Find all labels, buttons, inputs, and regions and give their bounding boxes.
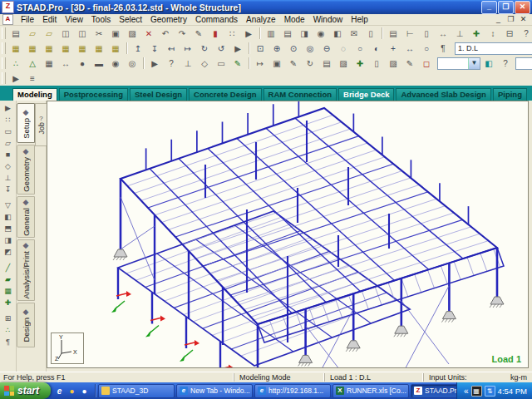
mode-tab-concrete-design[interactable]: Concrete Design (189, 88, 262, 101)
minimize-button[interactable]: _ (481, 1, 497, 14)
rotate-left-icon[interactable]: ↤ (164, 42, 179, 56)
mode-tab-advanced-slab-design[interactable]: Advanced Slab Design (396, 88, 490, 101)
clipboard-icon[interactable]: ▯ (369, 57, 384, 71)
menu-window[interactable]: Window (309, 15, 347, 24)
toolbar-grip[interactable] (2, 42, 6, 54)
publish-icon[interactable]: ◨ (297, 27, 312, 41)
zoom-in-icon[interactable]: ⊕ (269, 42, 284, 56)
add-solid-icon[interactable]: ▦ (2, 285, 15, 297)
ie-quick-launch-icon[interactable]: e (54, 386, 65, 397)
query-mode-icon[interactable]: ? (164, 57, 179, 71)
toolbar-grip[interactable] (2, 57, 6, 69)
messenger-quick-launch-icon[interactable]: ● (66, 386, 77, 397)
save-icon[interactable]: ◫ (58, 27, 73, 41)
rotate-down-icon[interactable]: ↧ (147, 42, 162, 56)
page-tab-geometry[interactable]: ◆Geometry (17, 145, 35, 195)
assign-tool-icon[interactable]: ✎ (230, 57, 245, 71)
zoom-window-icon[interactable]: ⊡ (253, 42, 268, 56)
chevron-down-icon[interactable]: ▼ (468, 58, 480, 69)
support-tool-icon[interactable]: ⊥ (180, 57, 195, 71)
zoom-pan-icon[interactable]: + (386, 42, 401, 56)
restore-button[interactable]: ❐ (498, 1, 514, 14)
select-beams-icon[interactable]: ▭ (2, 126, 15, 137)
brush-icon[interactable]: ✎ (402, 57, 417, 71)
new-page-icon[interactable]: ▤ (386, 27, 401, 41)
tray-chevron-icon[interactable]: « (464, 387, 469, 396)
rotate-right-icon[interactable]: ↦ (180, 42, 195, 56)
shear-icon[interactable]: ▨ (336, 57, 351, 71)
break-icon[interactable]: ⊟ (502, 27, 517, 41)
paste-icon[interactable]: ▨ (125, 27, 140, 41)
structure-3d-view[interactable] (47, 101, 528, 367)
document-icon[interactable]: A (2, 14, 13, 25)
anchor-icon[interactable]: ⊥ (452, 27, 467, 41)
app-icon[interactable]: Z (2, 1, 14, 13)
snap-node-icon[interactable]: ∴ (8, 57, 23, 71)
insert-node-icon[interactable]: ✚ (469, 27, 484, 41)
node-spec-icon[interactable]: ● (75, 57, 90, 71)
select-solids-icon[interactable]: ■ (2, 149, 15, 160)
close-button[interactable]: ✕ (515, 1, 530, 14)
zoom-out-icon[interactable]: ⊖ (319, 42, 334, 56)
iso-view-icon[interactable]: ◩ (2, 246, 15, 258)
select-geometry-icon[interactable]: ◇ (2, 160, 15, 172)
save-as-icon[interactable]: ◫ (75, 27, 90, 41)
run-mode-icon[interactable]: ▶ (147, 57, 162, 71)
child-close-button[interactable]: ✕ (517, 15, 530, 25)
pointer-icon[interactable]: ▶ (241, 27, 256, 41)
renumber-icon[interactable]: ∷ (224, 27, 239, 41)
add-plate-icon[interactable]: ▰ (2, 273, 15, 285)
zoom-all-icon[interactable]: ○ (419, 42, 434, 56)
cycle-icon[interactable]: ↻ (303, 57, 318, 71)
labels-icon[interactable]: ¶ (436, 42, 451, 56)
zoom-extents-icon[interactable]: ◎ (303, 42, 318, 56)
mode-tab-ram-connection[interactable]: RAM Connection (264, 88, 337, 101)
select-support-icon[interactable]: ⊥ (2, 172, 15, 184)
view-bottom-icon[interactable]: ▦ (108, 42, 123, 56)
delete-icon[interactable]: ✕ (141, 27, 156, 41)
view-left-icon[interactable]: ▦ (91, 42, 106, 56)
print-preview-icon[interactable]: ▤ (280, 27, 295, 41)
release-tool-icon[interactable]: ◇ (197, 57, 212, 71)
rotate-up-icon[interactable]: ↥ (131, 42, 145, 56)
select-nodes-icon[interactable]: ∷ (2, 114, 15, 126)
select-list-icon[interactable]: ≡ (25, 71, 40, 86)
tab-job[interactable]: ? Job (35, 103, 47, 146)
view-front-icon[interactable]: ▦ (42, 42, 57, 56)
print-icon[interactable]: ▥ (264, 27, 278, 41)
page-tab-general[interactable]: ◆General (17, 196, 35, 238)
menu-view[interactable]: View (61, 15, 87, 24)
edit-load-icon[interactable]: ✎ (286, 57, 301, 71)
start-button[interactable]: start (0, 382, 51, 399)
taskbar-button[interactable]: eNew Tab - Windo... (176, 384, 253, 398)
pointer2-icon[interactable]: ▶ (230, 42, 245, 56)
taskbar-button[interactable]: XRUNNER.xls [Co... (332, 384, 409, 398)
mode-tab-steel-design[interactable]: Steel Design (130, 88, 187, 101)
section-icon[interactable]: ▤ (319, 57, 334, 71)
copy-icon[interactable]: ▣ (108, 27, 123, 41)
zoom-dynamic-icon[interactable]: ◐ (369, 42, 384, 56)
taskbar-button[interactable]: STAAD_3D (98, 384, 175, 398)
beam-spec-icon[interactable]: ▬ (91, 57, 106, 71)
spin-cw-icon[interactable]: ↻ (197, 42, 212, 56)
assign-icon[interactable]: ✚ (352, 57, 367, 71)
labels2-icon[interactable]: ¶ (2, 336, 15, 347)
paste-spec-icon[interactable]: ▨ (386, 57, 401, 71)
snap-beam-icon[interactable]: △ (25, 57, 40, 71)
cut-icon[interactable]: ✂ (91, 27, 106, 41)
drawing-canvas[interactable]: Y X Z Load 1 (47, 101, 529, 368)
page-tab-design[interactable]: ◆Design (17, 303, 35, 347)
page-tab-setup[interactable]: ◆Setup (17, 103, 35, 143)
open-icon[interactable]: ▱ (42, 27, 57, 41)
display-options-icon[interactable]: ◧ (481, 57, 496, 71)
connect-icon[interactable]: ⊞ (2, 313, 15, 324)
help-icon[interactable]: ? (498, 57, 513, 71)
redo-icon[interactable]: ↷ (175, 27, 190, 41)
select-load-icon[interactable]: ↧ (2, 184, 15, 195)
menu-help[interactable]: Help (347, 15, 372, 24)
toolbar-grip[interactable] (2, 72, 6, 84)
zoom-capture-icon[interactable]: ⊙ (286, 42, 301, 56)
web-icon[interactable]: ◉ (313, 27, 328, 41)
member-tool-icon[interactable]: ▭ (214, 57, 229, 71)
zoom-previous-icon[interactable]: ◌ (336, 42, 351, 56)
